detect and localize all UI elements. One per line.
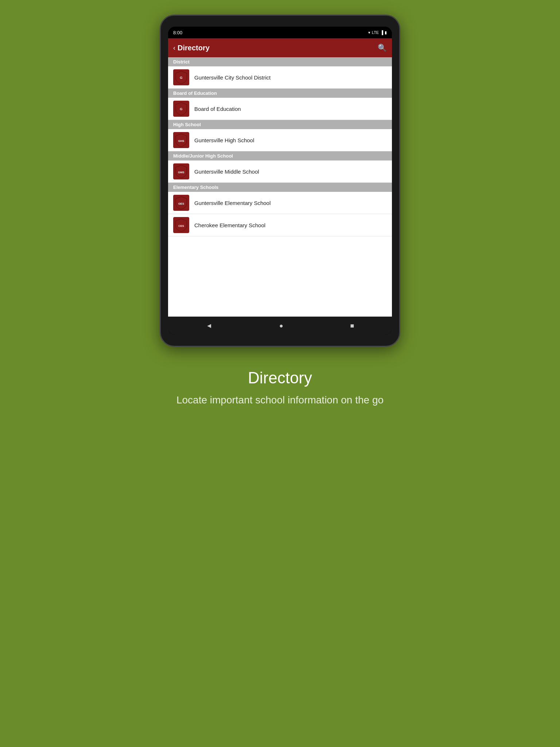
svg-text:GES: GES bbox=[178, 202, 184, 205]
list-item[interactable]: CES Cherokee Elementary School bbox=[168, 214, 392, 236]
shield-icon-ghs: GHS bbox=[175, 133, 188, 147]
school-logo-gcsd: G bbox=[173, 69, 189, 85]
wifi-icon: ▾ bbox=[368, 30, 370, 35]
school-logo-ghs: GHS bbox=[173, 132, 189, 148]
section-header-boe: Board of Education bbox=[168, 89, 392, 98]
school-logo-ges: GES bbox=[173, 195, 189, 211]
app-header: ‹ Directory 🔍 bbox=[168, 38, 392, 57]
school-name: Guntersville Middle School bbox=[194, 169, 387, 175]
list-item[interactable]: G Board of Education bbox=[168, 98, 392, 120]
shield-icon-ges: GES bbox=[175, 196, 188, 210]
status-icons: ▾ LTE ▐ ▮ bbox=[368, 30, 387, 35]
section-header-es: Elementary Schools bbox=[168, 183, 392, 192]
page-title: Directory bbox=[178, 44, 210, 52]
search-icon[interactable]: 🔍 bbox=[378, 43, 387, 52]
empty-content-area bbox=[168, 236, 392, 317]
header-left: ‹ Directory bbox=[173, 44, 210, 52]
nav-home-button[interactable]: ● bbox=[279, 322, 283, 330]
status-bar: 8:00 ▾ LTE ▐ ▮ bbox=[168, 27, 392, 38]
tablet-screen: 8:00 ▾ LTE ▐ ▮ ‹ Directory 🔍 District bbox=[168, 27, 392, 335]
shield-icon-gcsd: G bbox=[175, 70, 188, 84]
shield-icon-boe: G bbox=[175, 102, 188, 116]
lte-label: LTE bbox=[372, 30, 379, 35]
shield-icon-gms: GMS bbox=[175, 165, 188, 178]
school-name: Guntersville Elementary School bbox=[194, 200, 387, 206]
nav-bar: ◄ ● ■ bbox=[168, 317, 392, 335]
school-name: Cherokee Elementary School bbox=[194, 222, 387, 228]
svg-text:GHS: GHS bbox=[178, 139, 184, 143]
list-item[interactable]: GMS Guntersville Middle School bbox=[168, 160, 392, 183]
svg-text:G: G bbox=[180, 107, 182, 111]
svg-text:GMS: GMS bbox=[178, 171, 184, 174]
nav-back-button[interactable]: ◄ bbox=[206, 322, 213, 330]
list-item[interactable]: GES Guntersville Elementary School bbox=[168, 192, 392, 214]
status-time: 8:00 bbox=[173, 30, 182, 35]
signal-icon: ▐ bbox=[380, 30, 383, 35]
list-item[interactable]: GHS Guntersville High School bbox=[168, 129, 392, 151]
school-name: Board of Education bbox=[194, 106, 387, 112]
section-header-ms: Middle/Junior High School bbox=[168, 151, 392, 160]
nav-recent-button[interactable]: ■ bbox=[350, 322, 354, 330]
list-item[interactable]: G Guntersville City School District bbox=[168, 66, 392, 89]
back-button[interactable]: ‹ bbox=[173, 44, 175, 52]
tablet-device: 8:00 ▾ LTE ▐ ▮ ‹ Directory 🔍 District bbox=[160, 15, 400, 347]
bottom-page-title: Directory bbox=[176, 369, 384, 387]
bottom-text-section: Directory Locate important school inform… bbox=[147, 369, 413, 407]
battery-icon: ▮ bbox=[385, 30, 387, 35]
svg-text:CES: CES bbox=[178, 224, 184, 228]
section-header-hs: High School bbox=[168, 120, 392, 129]
content-area: District G Guntersville City School Dist… bbox=[168, 57, 392, 317]
school-logo-boe: G bbox=[173, 101, 189, 117]
school-logo-gms: GMS bbox=[173, 163, 189, 179]
section-header-district: District bbox=[168, 57, 392, 66]
svg-text:G: G bbox=[180, 76, 182, 80]
school-name: Guntersville City School District bbox=[194, 74, 387, 81]
school-logo-ces: CES bbox=[173, 217, 189, 233]
school-name: Guntersville High School bbox=[194, 137, 387, 143]
shield-icon-ces: CES bbox=[175, 218, 188, 232]
bottom-page-subtitle: Locate important school information on t… bbox=[176, 393, 384, 407]
